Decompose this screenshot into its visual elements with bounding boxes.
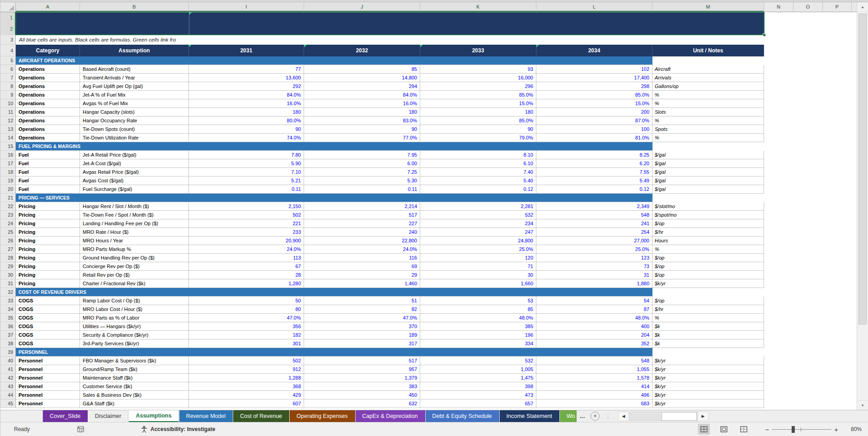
cell-category[interactable]: Fuel bbox=[16, 168, 80, 176]
cell-value[interactable]: 84.0% bbox=[189, 91, 304, 99]
cell-value[interactable]: 24,800 bbox=[420, 237, 536, 245]
column-header-N[interactable]: N bbox=[764, 2, 793, 12]
cell-assumption[interactable]: Transient Arrivals / Year bbox=[80, 74, 189, 82]
cell-assumption[interactable]: Security & Compliance ($k/yr) bbox=[80, 331, 189, 339]
cell-value[interactable]: 82 bbox=[304, 305, 420, 314]
cell-value[interactable]: 234 bbox=[420, 219, 536, 228]
cell-value[interactable]: 116 bbox=[304, 254, 420, 262]
zoom-in-button[interactable]: + bbox=[831, 426, 841, 433]
normal-view-icon[interactable] bbox=[698, 424, 710, 435]
cell-value[interactable]: 189 bbox=[304, 331, 420, 339]
row-header-5[interactable]: 5 bbox=[0, 56, 16, 65]
cell-category[interactable]: Personnel bbox=[16, 365, 80, 374]
cell-value[interactable]: 632 bbox=[304, 399, 420, 408]
cell-unit[interactable]: $k/yr bbox=[652, 357, 764, 365]
row-header-3[interactable]: 3 bbox=[0, 35, 16, 45]
cell-value[interactable]: 912 bbox=[189, 365, 304, 374]
cell-value[interactable]: 548 bbox=[536, 211, 652, 219]
cell-value[interactable]: 25.0% bbox=[536, 245, 652, 254]
cell-value[interactable]: 1,475 bbox=[420, 374, 536, 382]
cell-value[interactable]: 85.0% bbox=[536, 91, 652, 99]
cell-value[interactable]: 5.40 bbox=[420, 176, 536, 185]
horizontal-scrollbar[interactable]: ◀ ▶ bbox=[618, 410, 708, 422]
row-header-33[interactable]: 33 bbox=[0, 297, 16, 305]
row-header-1-2[interactable]: 1 2 bbox=[0, 12, 16, 35]
cell-value[interactable]: 5.90 bbox=[189, 159, 304, 168]
cell-value[interactable]: 85.0% bbox=[420, 91, 536, 99]
cell-value[interactable]: 90 bbox=[420, 125, 536, 134]
row-header-26[interactable]: 26 bbox=[0, 237, 16, 245]
cell-value[interactable]: 2,281 bbox=[420, 202, 536, 211]
cell-assumption[interactable]: Hangar Occupancy Rate bbox=[80, 116, 189, 125]
cell-value[interactable]: 429 bbox=[189, 391, 304, 399]
row-header-6[interactable]: 6 bbox=[0, 65, 16, 74]
cell-assumption[interactable]: MRO Parts Markup % bbox=[80, 245, 189, 254]
cell-category[interactable]: Operations bbox=[16, 125, 80, 134]
cell-value[interactable]: 1,288 bbox=[189, 374, 304, 382]
cell-category[interactable]: Operations bbox=[16, 99, 80, 108]
cell-value[interactable]: 85 bbox=[304, 65, 420, 74]
row-header-20[interactable]: 20 bbox=[0, 185, 16, 194]
cell-unit[interactable]: $k/yr bbox=[652, 399, 764, 408]
cell-value[interactable]: 53 bbox=[420, 297, 536, 305]
cell-assumption[interactable]: Fuel Surcharge ($/gal) bbox=[80, 185, 189, 194]
row-header-28[interactable]: 28 bbox=[0, 254, 16, 262]
cell-value[interactable]: 180 bbox=[189, 108, 304, 116]
cell-unit[interactable]: $/gal bbox=[652, 176, 764, 185]
cell-category[interactable]: Pricing bbox=[16, 211, 80, 219]
sheet-tab-cost-of-revenue[interactable]: Cost of Revenue bbox=[233, 410, 289, 422]
cell-value[interactable]: 294 bbox=[304, 82, 420, 91]
cell-value[interactable]: 16.0% bbox=[304, 99, 420, 108]
horizontal-scrollbar-thumb[interactable] bbox=[662, 412, 697, 421]
column-header-B[interactable]: B bbox=[80, 2, 189, 12]
cell-unit[interactable]: $/gal bbox=[652, 185, 764, 194]
cell-unit[interactable]: $k/yr bbox=[652, 374, 764, 382]
cell-unit[interactable]: Gallons/op bbox=[652, 82, 764, 91]
cell-value[interactable]: 80 bbox=[189, 305, 304, 314]
cell-assumption[interactable]: Maintenance Staff ($k) bbox=[80, 374, 189, 382]
sheet-tab-cover-slide[interactable]: Cover_Slide bbox=[43, 410, 88, 422]
cell-unit[interactable]: $k/yr bbox=[652, 279, 764, 288]
cell-value[interactable]: 5.49 bbox=[536, 176, 652, 185]
cell-value[interactable]: 6.10 bbox=[420, 159, 536, 168]
cell-unit[interactable]: % bbox=[652, 245, 764, 254]
header-cell-assumption[interactable]: Assumption bbox=[80, 45, 189, 56]
cell-unit[interactable]: $/hr bbox=[652, 305, 764, 314]
cell-value[interactable]: 7.25 bbox=[304, 168, 420, 176]
cell-value[interactable]: 296 bbox=[420, 82, 536, 91]
cell-value[interactable]: 1,578 bbox=[536, 374, 652, 382]
row-header-11[interactable]: 11 bbox=[0, 108, 16, 116]
sheet-tab-revenue-model[interactable]: Revenue Model bbox=[179, 410, 233, 422]
cell-assumption[interactable]: Retail Rev per Op ($) bbox=[80, 271, 189, 279]
cell-category[interactable]: Operations bbox=[16, 74, 80, 82]
cell-assumption[interactable]: FBO Manager & Supervisors ($k) bbox=[80, 357, 189, 365]
cell-value[interactable]: 100 bbox=[536, 125, 652, 134]
cell-unit[interactable]: $/op bbox=[652, 271, 764, 279]
cell-assumption[interactable]: Avg Fuel Uplift per Op (gal) bbox=[80, 82, 189, 91]
section-label[interactable]: COST OF REVENUE DRIVERS bbox=[16, 288, 652, 297]
cell-unit[interactable]: % bbox=[652, 134, 764, 142]
header-cell-category[interactable]: Category bbox=[16, 45, 80, 56]
column-header-I[interactable]: I bbox=[189, 2, 304, 12]
cell-value[interactable]: 247 bbox=[420, 228, 536, 237]
cell-value[interactable]: 16,000 bbox=[420, 74, 536, 82]
row-header-21[interactable]: 21 bbox=[0, 194, 16, 202]
row-header-42[interactable]: 42 bbox=[0, 374, 16, 382]
cell-unit[interactable]: $/spot/mo bbox=[652, 211, 764, 219]
cell-value[interactable]: 51 bbox=[304, 297, 420, 305]
new-sheet-button[interactable]: + bbox=[591, 412, 600, 421]
cell-value[interactable]: 1,379 bbox=[304, 374, 420, 382]
cell-assumption[interactable]: Customer Service ($k) bbox=[80, 382, 189, 391]
cell-category[interactable]: Operations bbox=[16, 134, 80, 142]
cell-category[interactable]: COGS bbox=[16, 331, 80, 339]
row-header-43[interactable]: 43 bbox=[0, 382, 16, 391]
cell-value[interactable]: 301 bbox=[189, 339, 304, 348]
sheet-tab-operating-expenses[interactable]: Operating Expenses bbox=[290, 410, 355, 422]
scroll-right-icon[interactable]: ▶ bbox=[698, 412, 708, 421]
cell-value[interactable]: 50 bbox=[189, 297, 304, 305]
header-cell-year-2032[interactable]: 2032 bbox=[304, 45, 420, 56]
cell-value[interactable]: 84.0% bbox=[304, 91, 420, 99]
cell-value[interactable]: 74.0% bbox=[189, 134, 304, 142]
cell-category[interactable]: Personnel bbox=[16, 374, 80, 382]
cell-value[interactable]: 113 bbox=[189, 254, 304, 262]
